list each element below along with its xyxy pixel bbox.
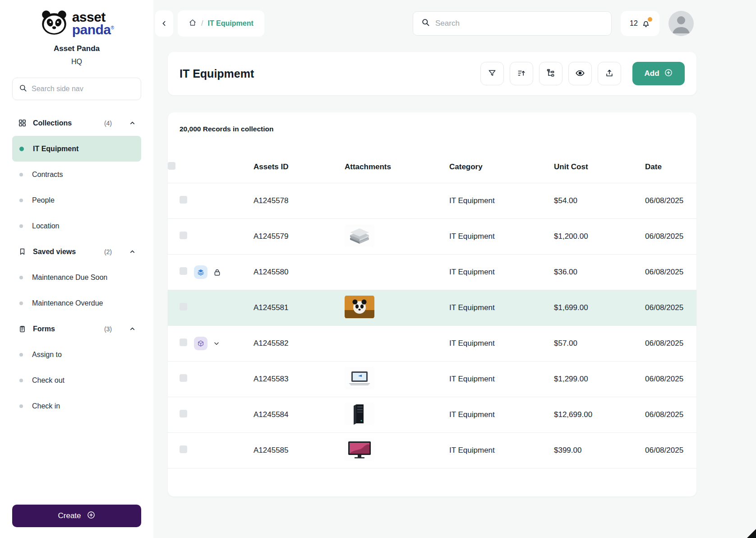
create-button[interactable]: Create (12, 505, 141, 527)
col-header-attachments[interactable]: Attachments (345, 133, 449, 183)
table-row[interactable]: A1245581 IT Equipment $1,699.00 06/08/20… (168, 290, 696, 326)
bullet-dot (19, 173, 23, 176)
select-all-checkbox[interactable] (168, 162, 175, 170)
chevron-down-icon[interactable] (213, 340, 220, 347)
cell-category: IT Equipment (449, 397, 554, 433)
laptop-thumbnail[interactable] (345, 366, 374, 390)
cell-category: IT Equipment (449, 433, 554, 468)
cell-attachment (345, 290, 449, 326)
col-header-unit-cost[interactable]: Unit Cost (554, 133, 645, 183)
cell-attachment (345, 362, 449, 397)
monitor-thumbnail[interactable] (345, 438, 374, 461)
row-checkbox[interactable] (180, 339, 187, 346)
sidebar-section-saved-views[interactable]: Saved views (2) (12, 239, 141, 264)
hierarchy-icon (546, 69, 555, 79)
item-label: Location (32, 222, 60, 230)
row-checkbox[interactable] (180, 374, 187, 382)
preview-button[interactable] (568, 62, 592, 85)
table-row[interactable]: A1245579 IT Equipment $1,200.00 06/08/20… (168, 219, 696, 255)
cell-category: IT Equipment (449, 183, 554, 219)
back-button[interactable] (155, 10, 173, 37)
col-header-category[interactable]: Category (449, 133, 554, 183)
sidebar-item-people[interactable]: People (12, 187, 141, 213)
sidebar-item-it-equipment[interactable]: IT Equipment (12, 136, 141, 162)
sidebar-item-assign-to[interactable]: Assign to (12, 342, 141, 367)
table-row[interactable]: A1245585 IT Equipment $399.00 06/08/2025 (168, 433, 696, 468)
item-label: Assign to (32, 351, 62, 359)
cell-category: IT Equipment (449, 290, 554, 326)
cell-unit-cost: $1,299.00 (554, 362, 645, 397)
section-count: (4) (104, 120, 112, 127)
sidebar-search-input[interactable] (32, 85, 134, 93)
breadcrumb-current[interactable]: IT Equipment (207, 19, 253, 28)
sidebar-item-contracts[interactable]: Contracts (12, 162, 141, 187)
cell-category: IT Equipment (449, 255, 554, 290)
row-checkbox[interactable] (180, 303, 187, 311)
sidebar-item-check-out[interactable]: Check out (12, 367, 141, 393)
bullet-dot (19, 379, 23, 382)
server-stack-thumbnail[interactable] (345, 224, 374, 247)
bullet-dot (19, 276, 23, 279)
table-body: A1245578 IT Equipment $54.00 06/08/2025 … (168, 183, 696, 468)
notification-dot (648, 17, 652, 22)
item-label: Maintenance Due Soon (32, 274, 107, 282)
row-checkbox[interactable] (180, 445, 187, 453)
notifications-button[interactable]: 12 (621, 11, 659, 36)
sidebar-item-check-in[interactable]: Check in (12, 393, 141, 419)
row-checkbox[interactable] (180, 232, 187, 239)
panda-logo-icon (40, 10, 69, 37)
lock-icon[interactable] (213, 268, 221, 277)
global-search (413, 11, 612, 36)
export-button[interactable] (598, 62, 621, 85)
grid-icon (18, 119, 27, 127)
sidebar-item-maintenance-overdue[interactable]: Maintenance Overdue (12, 290, 141, 316)
filter-button[interactable] (480, 62, 504, 85)
cell-unit-cost: $36.00 (554, 255, 645, 290)
sidebar: asset panda® Asset Panda HQ Collections … (0, 0, 153, 538)
col-header-assets-id[interactable]: Assets ID (254, 133, 345, 183)
sidebar-item-maintenance-due-soon[interactable]: Maintenance Due Soon (12, 264, 141, 290)
notification-count: 12 (630, 19, 638, 28)
cell-attachment (345, 397, 449, 433)
layers-icon[interactable] (194, 265, 207, 279)
clipboard-icon (18, 325, 27, 333)
home-icon[interactable] (189, 19, 197, 28)
sidebar-section-collections[interactable]: Collections (4) (12, 110, 141, 136)
bookmark-icon (18, 248, 27, 255)
table-row[interactable]: A1245578 IT Equipment $54.00 06/08/2025 (168, 183, 696, 219)
cell-date: 06/08/2025 (645, 362, 696, 397)
row-checkbox[interactable] (180, 267, 187, 275)
global-search-input[interactable] (435, 19, 603, 28)
sidebar-item-location[interactable]: Location (12, 213, 141, 239)
package-icon[interactable] (194, 337, 207, 350)
export-icon (605, 69, 614, 79)
avatar[interactable] (668, 11, 694, 36)
col-header-date[interactable]: Date (645, 133, 696, 183)
cell-assets-id: A1245580 (254, 255, 345, 290)
row-checkbox[interactable] (180, 410, 187, 417)
cell-date: 06/08/2025 (645, 433, 696, 468)
sort-button[interactable] (510, 62, 533, 85)
logo-word-asset: asset (72, 11, 114, 23)
table-row[interactable]: A1245582 IT Equipment $57.00 06/08/2025 (168, 326, 696, 362)
bullet-dot (19, 147, 24, 151)
row-badges (194, 265, 254, 279)
row-checkbox[interactable] (180, 196, 187, 204)
panda-photo-thumbnail[interactable] (345, 295, 374, 319)
section-label: Collections (33, 119, 98, 127)
item-label: People (32, 196, 55, 204)
add-button[interactable]: Add (632, 62, 685, 85)
chevron-up-icon[interactable] (129, 325, 136, 332)
bullet-dot (19, 199, 23, 202)
sidebar-section-forms[interactable]: Forms (3) (12, 316, 141, 342)
hierarchy-button[interactable] (539, 62, 562, 85)
chevron-up-icon[interactable] (129, 120, 136, 126)
cell-unit-cost: $1,699.00 (554, 290, 645, 326)
table-row[interactable]: A1245584 IT Equipment $12,699.00 06/08/2… (168, 397, 696, 433)
chevron-up-icon[interactable] (129, 248, 136, 255)
cell-assets-id: A1245581 (254, 290, 345, 326)
server-tower-thumbnail[interactable] (345, 402, 374, 426)
records-card: 20,000 Records in collection Assets ID A… (168, 112, 696, 496)
table-row[interactable]: A1245580 IT Equipment $36.00 06/08/2025 (168, 255, 696, 290)
table-row[interactable]: A1245583 IT Equipment $1,299.00 06/08/20… (168, 362, 696, 397)
